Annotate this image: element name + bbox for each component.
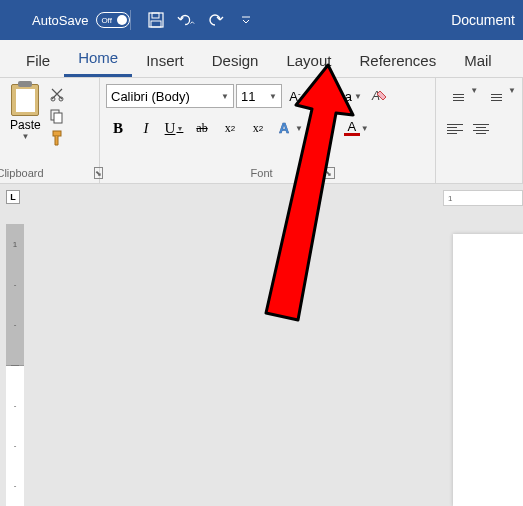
autosave-control[interactable]: AutoSave Off [32,12,130,28]
subscript-button[interactable]: x2 [218,116,242,140]
align-center-button[interactable] [470,118,492,140]
font-group: Calibri (Body)▼ 11▼ Aˆ Aˇ Aa▼ A B I U▼ a… [100,78,436,183]
document-page[interactable] [453,234,523,506]
tab-insert[interactable]: Insert [132,44,198,77]
vertical-ruler[interactable]: 1--—--- [6,224,24,506]
clipboard-group-label: Clipboard [0,167,44,179]
ribbon-tabs: File Home Insert Design Layout Reference… [0,40,523,78]
highlight-color-button[interactable]: ▼ [309,118,338,139]
tab-mailings[interactable]: Mail [450,44,506,77]
numbering-button[interactable] [482,86,504,108]
font-name-selector[interactable]: Calibri (Body)▼ [106,84,234,108]
font-size-selector[interactable]: 11▼ [236,84,282,108]
tab-file[interactable]: File [12,44,64,77]
chevron-down-icon: ▼ [269,92,277,101]
paragraph-group: ▼ ▼ [436,78,523,183]
tab-design[interactable]: Design [198,44,273,77]
tab-home[interactable]: Home [64,41,132,77]
tab-references[interactable]: References [345,44,450,77]
format-painter-icon[interactable] [49,130,67,148]
text-effects-button[interactable]: A▼ [274,119,305,137]
svg-rect-2 [151,21,161,27]
align-left-button[interactable] [444,118,466,140]
customize-qat-icon[interactable] [237,11,255,29]
ribbon: Paste ▼ Clipboard ⬊ Calibri (Body)▼ 11▼ [0,78,523,184]
font-group-label: Font [251,167,273,179]
clipboard-group: Paste ▼ Clipboard ⬊ [0,78,100,183]
paste-button[interactable]: Paste ▼ [6,82,45,167]
ruler-ticks: 1--—--- [6,224,24,506]
svg-rect-6 [54,113,62,123]
title-bar: AutoSave Off Document [0,0,523,40]
bullets-button[interactable] [444,86,466,108]
decrease-font-size-button[interactable]: Aˇ [308,84,330,108]
change-case-button[interactable]: Aa▼ [332,84,366,108]
underline-button[interactable]: U▼ [162,116,186,140]
undo-icon[interactable] [177,11,195,29]
bold-button[interactable]: B [106,116,130,140]
copy-icon[interactable] [49,108,67,126]
clear-formatting-button[interactable]: A [368,84,390,108]
increase-font-size-button[interactable]: Aˆ [284,84,306,108]
document-area[interactable]: L 1 1--—--- [0,184,523,506]
horizontal-ruler[interactable]: 1 [443,190,523,206]
bullets-dropdown[interactable]: ▼ [470,86,478,108]
svg-text:A: A [279,120,289,136]
font-dialog-launcher[interactable]: ⬊ [323,167,335,179]
svg-rect-1 [152,13,159,18]
numbering-dropdown[interactable]: ▼ [508,86,516,108]
redo-icon[interactable] [207,11,225,29]
clipboard-icon [11,84,39,116]
cut-icon[interactable] [49,86,67,104]
autosave-toggle[interactable]: Off [96,12,130,28]
font-color-button[interactable]: A▼ [342,120,371,136]
paste-label: Paste [10,118,41,132]
autosave-label: AutoSave [32,13,88,28]
svg-rect-7 [53,131,61,136]
document-title: Document [451,12,515,28]
save-icon[interactable] [147,11,165,29]
tab-selector[interactable]: L [6,190,20,204]
quick-access-toolbar [147,11,255,29]
superscript-button[interactable]: x2 [246,116,270,140]
separator [130,10,131,30]
strikethrough-button[interactable]: ab [190,116,214,140]
chevron-down-icon[interactable]: ▼ [21,132,29,141]
chevron-down-icon: ▼ [221,92,229,101]
italic-button[interactable]: I [134,116,158,140]
tab-layout[interactable]: Layout [272,44,345,77]
